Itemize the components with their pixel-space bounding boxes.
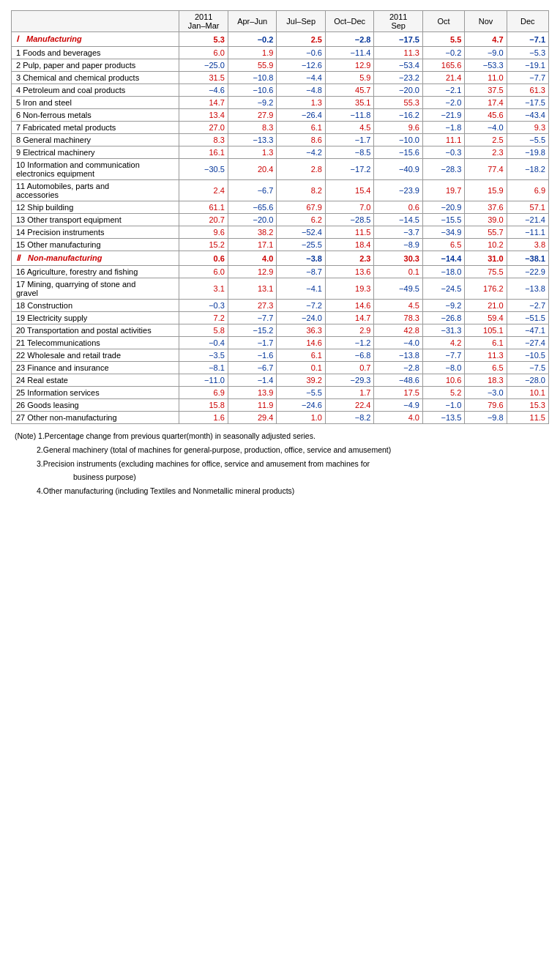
data-cell: 1.7 [325, 387, 374, 399]
data-cell: 38.2 [228, 226, 277, 239]
data-cell: 35.1 [325, 97, 374, 109]
table-row: 22 Wholesale and retail trade−3.5−1.66.1… [12, 349, 549, 362]
table-row: 24 Real estate−11.0−1.439.2−29.3−48.610.… [12, 374, 549, 387]
data-cell: 55.7 [465, 226, 507, 239]
table-row: Ⅰ Manufacturing5.3−0.22.5−2.8−17.55.54.7… [12, 32, 549, 47]
data-cell: −43.4 [507, 109, 548, 122]
data-cell: −13.5 [422, 412, 464, 424]
row-label: 24 Real estate [12, 374, 179, 387]
data-cell: 27.9 [228, 109, 277, 122]
data-cell: −1.6 [228, 349, 277, 362]
data-cell: −48.6 [374, 374, 423, 387]
data-cell: 12.9 [228, 266, 277, 278]
data-cell: 3.1 [179, 278, 228, 300]
data-cell: −3.5 [179, 349, 228, 362]
table-row: 10 Information and communicationelectron… [12, 159, 549, 180]
data-cell: −2.8 [325, 32, 374, 47]
data-cell: 15.4 [325, 180, 374, 201]
data-cell: −7.7 [507, 72, 548, 84]
data-cell: −0.2 [228, 32, 277, 47]
data-cell: −1.8 [422, 122, 464, 134]
data-cell: 42.8 [374, 324, 423, 337]
data-cell: −2.1 [422, 84, 464, 97]
row-label: 20 Transportation and postal activities [12, 324, 179, 337]
data-cell: 8.2 [277, 180, 326, 201]
table-row: 4 Petroleum and coal products−4.6−10.6−4… [12, 84, 549, 97]
row-label: 19 Electricity supply [12, 312, 179, 324]
note-line: 4.Other manufacturing (including Textile… [15, 485, 549, 497]
data-cell: 7.0 [325, 201, 374, 214]
data-cell: −15.6 [374, 146, 423, 159]
data-cell: −17.5 [374, 32, 423, 47]
data-cell: −8.1 [179, 362, 228, 374]
data-cell: 22.4 [325, 399, 374, 412]
data-cell: −7.7 [228, 312, 277, 324]
table-row: 21 Telecommunications−0.4−1.714.6−1.2−4.… [12, 337, 549, 349]
data-cell: 36.3 [277, 324, 326, 337]
data-cell: −26.4 [277, 109, 326, 122]
data-cell: −0.3 [422, 146, 464, 159]
data-cell: 30.3 [374, 251, 423, 266]
data-cell: 6.0 [179, 47, 228, 59]
data-cell: −0.4 [179, 337, 228, 349]
data-cell: 55.9 [228, 59, 277, 72]
row-label: Ⅱ Non-manufacturing [12, 251, 179, 266]
data-cell: 1.3 [277, 97, 326, 109]
data-cell: −9.0 [465, 47, 507, 59]
table-row: 27 Other non-manufacturing1.629.41.0−8.2… [12, 412, 549, 424]
data-cell: 37.6 [465, 201, 507, 214]
data-cell: 1.3 [228, 146, 277, 159]
row-label: 22 Wholesale and retail trade [12, 349, 179, 362]
data-cell: −16.2 [374, 109, 423, 122]
data-cell: −49.5 [374, 278, 423, 300]
data-cell: −12.6 [277, 59, 326, 72]
row-label: 26 Goods leasing [12, 399, 179, 412]
data-cell: −28.5 [325, 214, 374, 226]
data-cell: −6.8 [325, 349, 374, 362]
data-cell: 39.0 [465, 214, 507, 226]
data-cell: −4.6 [179, 84, 228, 97]
data-cell: 6.1 [277, 122, 326, 134]
data-cell: −20.9 [422, 201, 464, 214]
data-cell: 176.2 [465, 278, 507, 300]
data-cell: 5.5 [422, 32, 464, 47]
data-cell: 2.3 [465, 146, 507, 159]
row-label: 7 Fabricated metal products [12, 122, 179, 134]
data-cell: −23.2 [374, 72, 423, 84]
data-cell: 57.1 [507, 201, 548, 214]
data-cell: −24.0 [277, 312, 326, 324]
data-cell: −52.4 [277, 226, 326, 239]
data-cell: 6.9 [507, 180, 548, 201]
data-cell: 8.3 [179, 134, 228, 146]
data-cell: 11.3 [374, 47, 423, 59]
col-header-jul-sep: Jul–Sep [277, 11, 326, 32]
data-cell: 5.9 [325, 72, 374, 84]
data-cell: 17.1 [228, 239, 277, 251]
data-cell: −10.5 [507, 349, 548, 362]
data-cell: −15.2 [228, 324, 277, 337]
data-cell: 6.1 [277, 349, 326, 362]
data-cell: 15.9 [465, 180, 507, 201]
data-cell: 9.3 [507, 122, 548, 134]
row-label: 17 Mining, quarrying of stone andgravel [12, 278, 179, 300]
table-row: 15 Other manufacturing15.217.1−25.518.4−… [12, 239, 549, 251]
data-cell: 0.6 [374, 201, 423, 214]
data-cell: 11.3 [465, 349, 507, 362]
data-cell: −53.3 [465, 59, 507, 72]
data-cell: 5.3 [179, 32, 228, 47]
data-cell: −14.4 [422, 251, 464, 266]
table-row: 6 Non-ferrous metals13.427.9−26.4−11.8−1… [12, 109, 549, 122]
data-cell: 17.5 [374, 387, 423, 399]
header-row: 2011Jan–Mar Apr–Jun Jul–Sep Oct–Dec 2011… [12, 11, 549, 32]
data-cell: 3.8 [507, 239, 548, 251]
data-cell: 0.1 [277, 362, 326, 374]
data-cell: −8.2 [325, 412, 374, 424]
data-cell: −1.0 [422, 399, 464, 412]
data-cell: 27.0 [179, 122, 228, 134]
data-cell: −65.6 [228, 201, 277, 214]
data-cell: 6.0 [179, 266, 228, 278]
data-cell: −21.9 [422, 109, 464, 122]
data-cell: −6.7 [228, 362, 277, 374]
data-cell: 29.4 [228, 412, 277, 424]
data-cell: 11.5 [507, 412, 548, 424]
